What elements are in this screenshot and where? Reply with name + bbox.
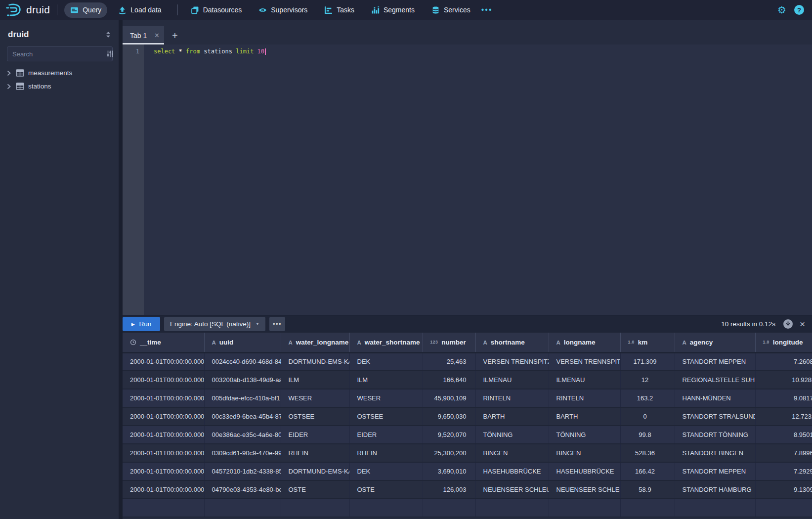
tab-1[interactable]: Tab 1 × (123, 26, 164, 44)
cell-longname[interactable] (549, 499, 620, 517)
cell-water_longname[interactable] (281, 499, 349, 517)
cell-__time[interactable]: 2000-01-01T00:00:00.000Z (123, 444, 204, 462)
cell-number[interactable]: 126,003 (423, 480, 475, 499)
cell-shortname[interactable]: BINGEN (475, 444, 549, 462)
nav-item-supervisors[interactable]: Supervisors (253, 2, 313, 18)
cell-__time[interactable]: 2000-01-01T00:00:00.000Z (123, 352, 204, 371)
cell-longitude[interactable]: 7.899667 (755, 444, 812, 462)
column-header-water_shortname[interactable]: Awater_shortname (349, 333, 423, 352)
filter-sliders-icon[interactable] (104, 50, 118, 58)
cell-number[interactable]: 25,300,200 (423, 444, 475, 462)
cell-__time[interactable]: 2000-01-01T00:00:00.000Z (123, 389, 204, 407)
cell-longitude[interactable]: 7.292912 (755, 462, 812, 480)
cell-number[interactable]: 9,520,070 (423, 426, 475, 444)
cell-water_longname[interactable]: DORTMUND-EMS-KANA (281, 462, 349, 480)
cell-longname[interactable]: VERSEN TRENNSPITZE (549, 352, 620, 371)
column-header-__time[interactable]: __time (123, 333, 204, 352)
cell-longname[interactable]: ILMENAU (549, 371, 620, 389)
cell-longitude[interactable] (755, 499, 812, 517)
cell-number[interactable]: 3,690,010 (423, 462, 475, 480)
help-button[interactable]: ? (794, 5, 804, 15)
cell-longname[interactable]: HASEHUBBRÜCKE (549, 462, 620, 480)
cell-uuid[interactable]: 00e386ac-e35c-4a6e-80 (204, 426, 281, 444)
column-header-water_longname[interactable]: Awater_longname (281, 333, 349, 352)
cell-shortname[interactable]: ILMENAU (475, 371, 549, 389)
download-results-button[interactable] (783, 319, 793, 329)
cell-longname[interactable]: BARTH (549, 407, 620, 426)
cell-water_longname[interactable]: RHEIN (281, 444, 349, 462)
cell-km[interactable]: 166.42 (620, 462, 675, 480)
cell-agency[interactable]: STANDORT BINGEN (675, 444, 755, 462)
cell-longitude[interactable]: 9.130902 (755, 480, 812, 499)
cell-agency[interactable] (675, 499, 755, 517)
cell-water_shortname[interactable]: OSTE (349, 480, 423, 499)
sidebar-resize-handle[interactable] (119, 20, 123, 519)
cell-longitude[interactable]: 10.928843 (755, 371, 812, 389)
cell-uuid[interactable] (204, 499, 281, 517)
cell-water_shortname[interactable]: WESER (349, 389, 423, 407)
cell-number[interactable]: 9,650,030 (423, 407, 475, 426)
cell-__time[interactable] (123, 499, 204, 517)
column-header-agency[interactable]: Aagency (675, 333, 755, 352)
engine-select[interactable]: Engine: Auto [SQL (native)] ▼ (164, 317, 265, 331)
cell-water_longname[interactable]: DORTMUND-EMS-KANA (281, 352, 349, 371)
cell-longname[interactable]: TÖNNING (549, 426, 620, 444)
cell-water_shortname[interactable] (349, 499, 423, 517)
cell-water_shortname[interactable]: DEK (349, 462, 423, 480)
cell-shortname[interactable] (475, 499, 549, 517)
nav-item-datasources[interactable]: Datasources (185, 2, 248, 18)
cell-number[interactable]: 25,463 (423, 352, 475, 371)
cell-longitude[interactable]: 12.723226 (755, 407, 812, 426)
sidebar-item-stations[interactable]: stations (0, 80, 119, 93)
cell-water_longname[interactable]: OSTSEE (281, 407, 349, 426)
column-header-longitude[interactable]: 1.0longitude (755, 333, 812, 352)
cell-longname[interactable]: BINGEN (549, 444, 620, 462)
cell-__time[interactable]: 2000-01-01T00:00:00.000Z (123, 407, 204, 426)
sidebar-item-measurements[interactable]: measurements (0, 66, 119, 80)
cell-km[interactable]: 58.9 (620, 480, 675, 499)
column-header-km[interactable]: 1.0km (620, 333, 675, 352)
cell-agency[interactable]: STANDORT MEPPEN (675, 352, 755, 371)
nav-item-segments[interactable]: Segments (365, 2, 421, 18)
cell-uuid[interactable]: 005dfdae-efcc-410a-bf1 (204, 389, 281, 407)
nav-item-tasks[interactable]: Tasks (318, 2, 360, 18)
cell-water_longname[interactable]: WESER (281, 389, 349, 407)
cell-agency[interactable]: REGIONALSTELLE SUHL (675, 371, 755, 389)
close-results-icon[interactable]: × (800, 319, 805, 329)
cell-uuid[interactable]: 003200ab-d138-49d9-aa (204, 371, 281, 389)
cell-water_shortname[interactable]: OSTSEE (349, 407, 423, 426)
sql-code-line[interactable]: select * from stations limit 10 (154, 48, 266, 55)
cell-shortname[interactable]: TÖNNING (475, 426, 549, 444)
brand[interactable]: druid (0, 2, 50, 17)
cell-__time[interactable]: 2000-01-01T00:00:00.000Z (123, 426, 204, 444)
cell-shortname[interactable]: RINTELN (475, 389, 549, 407)
nav-item-load-data[interactable]: Load data (112, 2, 167, 18)
cell-km[interactable]: 163.2 (620, 389, 675, 407)
cell-__time[interactable]: 2000-01-01T00:00:00.000Z (123, 371, 204, 389)
cell-agency[interactable]: STANDORT MEPPEN (675, 462, 755, 480)
column-header-uuid[interactable]: Auuid (204, 333, 281, 352)
schema-selector[interactable]: druid (0, 20, 119, 45)
query-more-button[interactable]: ••• (269, 317, 285, 331)
cell-longitude[interactable]: 7.260856 (755, 352, 812, 371)
cell-km[interactable]: 99.8 (620, 426, 675, 444)
cell-__time[interactable]: 2000-01-01T00:00:00.000Z (123, 462, 204, 480)
cell-km[interactable]: 12 (620, 371, 675, 389)
cell-water_shortname[interactable]: ILM (349, 371, 423, 389)
cell-km[interactable]: 171.309 (620, 352, 675, 371)
column-header-shortname[interactable]: Ashortname (475, 333, 549, 352)
run-button[interactable]: ▶ Run (123, 317, 160, 331)
cell-water_shortname[interactable]: DEK (349, 352, 423, 371)
settings-gear-icon[interactable]: ⚙ (777, 5, 786, 15)
nav-more-button[interactable]: ••• (476, 5, 498, 14)
cell-km[interactable] (620, 499, 675, 517)
cell-shortname[interactable]: BARTH (475, 407, 549, 426)
cell-water_longname[interactable]: EIDER (281, 426, 349, 444)
cell-agency[interactable]: HANN-MÜNDEN (675, 389, 755, 407)
cell-number[interactable] (423, 499, 475, 517)
column-header-longname[interactable]: Alongname (549, 333, 620, 352)
cell-shortname[interactable]: VERSEN TRENNSPITZE (475, 352, 549, 371)
sql-editor[interactable]: 1 select * from stations limit 10 (123, 44, 812, 315)
cell-uuid[interactable]: 0024cc40-d690-468d-84 (204, 352, 281, 371)
cell-water_longname[interactable]: ILM (281, 371, 349, 389)
